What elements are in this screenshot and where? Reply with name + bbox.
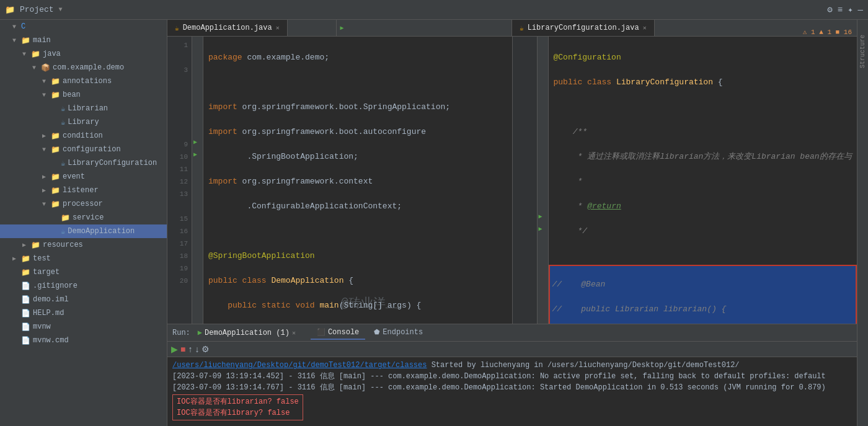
sidebar-item-annotations[interactable]: ▼ 📁 annotations xyxy=(0,74,167,88)
left-editor[interactable]: 1 3 9 10 11 12 13 15 16 17 xyxy=(167,37,512,324)
project-label[interactable]: Project xyxy=(20,5,54,14)
sidebar-item-mvnw[interactable]: 📄 mvnw xyxy=(0,320,167,334)
sidebar-resources-label: resources xyxy=(43,241,83,249)
r-code-4: /** xyxy=(554,126,852,138)
run-tab-bar: Run: ▶ DemoApplication (1) ✕ ⬛ Console ⬟… xyxy=(167,324,857,342)
sidebar-item-gitignore[interactable]: 📄 .gitignore xyxy=(0,279,167,293)
code-line-6: import org.springframework.context xyxy=(208,175,507,188)
right-editor[interactable]: ▶ ▶ @Configuration public class LibraryC… xyxy=(512,37,857,324)
output-classpath-link[interactable]: /users/liuchenyang/Desktop/git/demoTest0… xyxy=(172,361,427,370)
run-gutter-icon2[interactable]: ▶ xyxy=(193,151,197,158)
selected-code-block: // @Bean // public Librarian librarian()… xyxy=(549,265,857,324)
sidebar-item-libraryconfiguration[interactable]: ☕ LibraryConfiguration xyxy=(0,156,167,170)
toolbar-icon-1[interactable]: ⚙ xyxy=(827,4,832,15)
run-app-tab[interactable]: DemoApplication (1) xyxy=(205,329,290,337)
sidebar-event-label: event xyxy=(63,172,85,181)
sidebar-librarian-label: Librarian xyxy=(68,104,108,113)
toolbar-icon-3[interactable]: ✦ xyxy=(848,4,852,15)
sidebar-gitignore-label: .gitignore xyxy=(33,282,78,290)
sidebar-mvnwcmd-label: mvnw.cmd xyxy=(33,336,69,345)
output-line-2: [2023-07-09 13:19:14.767] - 3116 信息 [mai… xyxy=(172,382,852,393)
sidebar-item-processor[interactable]: ▼ 📁 processor xyxy=(0,197,167,211)
sidebar-item-c[interactable]: ▼ C xyxy=(0,20,167,33)
sidebar-configuration-label: configuration xyxy=(63,145,121,154)
sidebar-target-label: target xyxy=(33,268,60,277)
java-file-icon-right: ☕ xyxy=(520,24,524,32)
r-code-3 xyxy=(554,101,852,113)
sidebar-helpmd-label: HELP.md xyxy=(33,309,64,317)
run-app-close[interactable]: ✕ xyxy=(292,329,296,337)
r-sel-2: // public Librarian librarian() { xyxy=(552,303,854,316)
sidebar-mvnw-label: mvnw xyxy=(33,322,51,331)
sidebar-item-demoapplication[interactable]: ☕ DemoApplication xyxy=(0,224,167,238)
sidebar-item-mvnwcmd[interactable]: 📄 mvnw.cmd xyxy=(0,334,167,347)
sidebar-test-label: test xyxy=(33,254,51,263)
run-settings-button[interactable]: ⚙ xyxy=(200,343,211,355)
run-label: Run: xyxy=(172,329,190,337)
output-line-1: [2023-07-09 13:19:14.452] - 3116 信息 [mai… xyxy=(172,371,852,382)
code-line-11: public static void main(String[] args) { xyxy=(208,300,507,312)
code-line-5: .SpringBootApplication; xyxy=(208,151,507,163)
run-panel: Run: ▶ DemoApplication (1) ✕ ⬛ Console ⬟… xyxy=(167,324,857,426)
right-gutter-run1[interactable]: ▶ xyxy=(539,213,542,220)
sidebar-condition-label: condition xyxy=(63,131,103,140)
sidebar-listener-label: listener xyxy=(63,186,99,195)
run-gutter-icon1[interactable]: ▶ xyxy=(193,138,197,146)
structure-label[interactable]: Structure xyxy=(859,35,866,68)
editor-panes: 1 3 9 10 11 12 13 15 16 17 xyxy=(167,37,857,324)
sidebar-item-library[interactable]: ☕ Library xyxy=(0,115,167,129)
r-code-7: * @return xyxy=(554,200,852,213)
run-play-button[interactable]: ▶ xyxy=(170,343,179,355)
sidebar-item-bean[interactable]: ▼ 📁 bean xyxy=(0,88,167,102)
run-scroll-up-button[interactable]: ↑ xyxy=(187,343,193,355)
sidebar-libraryconfiguration-label: LibraryConfiguration xyxy=(68,159,157,167)
tab-close-left[interactable]: ✕ xyxy=(276,24,280,32)
toolbar-icon-4[interactable]: — xyxy=(858,5,863,15)
code-line-1: package com.example.demo; xyxy=(208,51,507,64)
tab-libraryconfiguration[interactable]: ☕ LibraryConfiguration.java ✕ xyxy=(512,20,655,36)
sidebar-item-main[interactable]: ▼ 📁 main xyxy=(0,33,167,47)
output-highlight-line2: IOC容器是否有library? false xyxy=(177,407,299,419)
endpoints-tab-label: Endpoints xyxy=(383,328,423,337)
code-line-7: .ConfigurableApplicationContext; xyxy=(208,200,507,213)
editor-area: ▶ ☕ DemoApplication.java ✕ ☕ LibraryConf… xyxy=(167,20,857,426)
warning-badge: ⚠ 1 ▲ 1 ■ 16 xyxy=(803,28,852,36)
sidebar-item-resources[interactable]: ▶ 📁 resources xyxy=(0,238,167,252)
sidebar-demoapplication-label: DemoApplication xyxy=(68,227,135,236)
sidebar-item-demoiml[interactable]: 📄 demo.iml xyxy=(0,293,167,306)
run-endpoints-tab[interactable]: ⬟ Endpoints xyxy=(368,326,429,340)
sidebar-item-pkg[interactable]: ▼ 📦 com.example.demo xyxy=(0,61,167,74)
sidebar-item-java[interactable]: ▼ 📁 java xyxy=(0,47,167,61)
console-icon: ⬛ xyxy=(317,328,326,336)
sidebar-item-configuration[interactable]: ▼ 📁 configuration xyxy=(0,143,167,156)
dropdown-arrow-icon[interactable]: ▼ xyxy=(59,6,63,13)
output-line-link: /users/liuchenyang/Desktop/git/demoTest0… xyxy=(172,360,852,371)
sidebar-main-label: main xyxy=(33,36,51,45)
project-sidebar: ▼ C ▼ 📁 main ▼ 📁 java ▼ 📦 com.example.de… xyxy=(0,20,167,426)
sidebar-item-service[interactable]: 📁 service xyxy=(0,211,167,224)
code-line-10: public class DemoApplication { xyxy=(208,275,507,287)
main-content: ▼ C ▼ 📁 main ▼ 📁 java ▼ 📦 com.example.de… xyxy=(0,20,868,426)
right-sidebar-strip: Structure xyxy=(857,20,868,426)
run-scroll-down-button[interactable]: ↓ xyxy=(193,343,200,355)
sidebar-library-label: Library xyxy=(68,118,99,126)
sidebar-item-listener[interactable]: ▶ 📁 listener xyxy=(0,184,167,197)
toolbar-icon-2[interactable]: ≡ xyxy=(838,5,843,15)
r-code-2: public class LibraryConfiguration { xyxy=(554,76,852,89)
sidebar-item-test[interactable]: ▶ 📁 test xyxy=(0,252,167,265)
right-gutter-run2[interactable]: ▶ xyxy=(539,225,542,233)
tab-close-right[interactable]: ✕ xyxy=(643,24,647,32)
sidebar-bean-label: bean xyxy=(63,91,81,99)
gutter-run-icon[interactable]: ▶ xyxy=(340,24,343,32)
run-console-tab[interactable]: ⬛ Console xyxy=(311,326,365,340)
sidebar-service-label: service xyxy=(73,213,104,222)
sidebar-item-condition[interactable]: ▶ 📁 condition xyxy=(0,129,167,143)
output-highlight-block: IOC容器是否有librarian? false IOC容器是否有library… xyxy=(172,394,303,420)
run-stop-button[interactable]: ■ xyxy=(179,343,187,355)
sidebar-item-helpmd[interactable]: 📄 HELP.md xyxy=(0,306,167,320)
sidebar-item-target[interactable]: 📁 target xyxy=(0,265,167,279)
sidebar-item-librarian[interactable]: ☕ Librarian xyxy=(0,102,167,115)
code-line-2 xyxy=(208,76,507,89)
tab-demoapplication[interactable]: ☕ DemoApplication.java ✕ xyxy=(167,20,288,36)
sidebar-item-event[interactable]: ▶ 📁 event xyxy=(0,170,167,184)
